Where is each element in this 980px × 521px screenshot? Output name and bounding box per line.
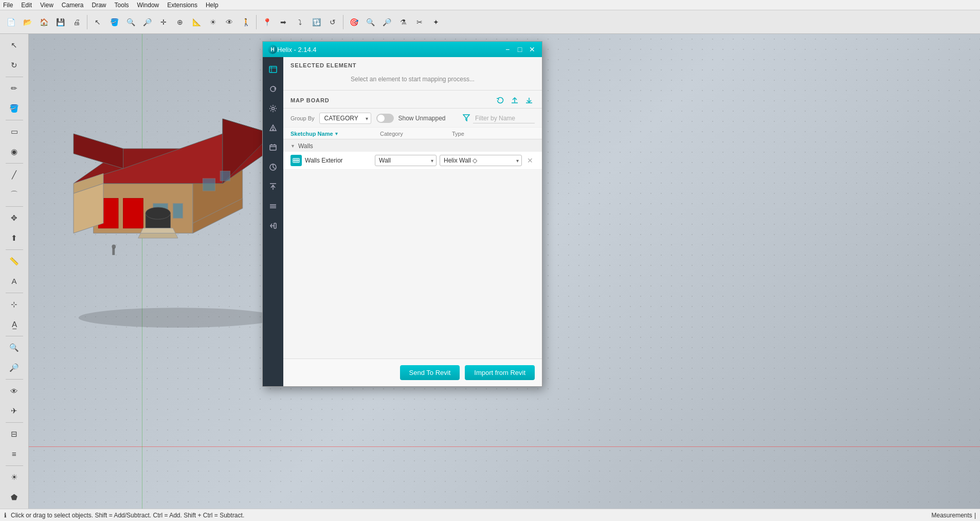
svg-marker-19 — [141, 228, 176, 233]
sidebar-layers[interactable]: ≡ — [5, 444, 24, 463]
group-by-select-wrapper: CATEGORY TYPE LAYER — [319, 113, 371, 124]
dialog-maximize-button[interactable]: □ — [515, 45, 524, 54]
nav-gear-icon[interactable] — [265, 139, 281, 156]
toggle-knob — [377, 115, 385, 122]
left-sidebar: ↖ ↻ ✏ 🪣 ▭ ◉ ╱ ⌒ ✥ ⬆ 📏 A ⊹ A̲ 🔍 🔎 👁 ✈ ⊟ ≡… — [0, 34, 29, 509]
toolbar-sun[interactable]: ☀ — [205, 14, 221, 30]
menu-draw[interactable]: Draw — [91, 2, 107, 9]
sidebar-text[interactable]: A — [5, 272, 24, 291]
group-walls-header[interactable]: ▼ Walls — [283, 139, 542, 152]
nav-flow-icon[interactable] — [265, 198, 281, 214]
group-by-select[interactable]: CATEGORY TYPE LAYER — [319, 113, 371, 124]
sidebar-circle[interactable]: ◉ — [5, 142, 24, 161]
nav-rotate-icon[interactable] — [265, 81, 281, 97]
toolbar-cut[interactable]: ✂ — [412, 14, 427, 30]
toolbar-zoom-extents[interactable]: ⊕ — [172, 14, 188, 30]
svg-rect-10 — [123, 199, 143, 228]
selected-element-header: SELECTED ELEMENT — [283, 57, 542, 71]
sidebar-sep-7 — [6, 336, 23, 336]
menu-help[interactable]: Help — [205, 2, 220, 9]
menu-camera[interactable]: Camera — [61, 2, 85, 9]
sidebar-shape[interactable]: ▭ — [5, 122, 24, 141]
sidebar-arc[interactable]: ⌒ — [5, 185, 24, 204]
menu-window[interactable]: Window — [136, 2, 160, 9]
sidebar-sun2[interactable]: ☀ — [5, 468, 24, 487]
toolbar-paint[interactable]: 🪣 — [106, 14, 122, 30]
sidebar-push[interactable]: ⬆ — [5, 228, 24, 247]
toolbar-target[interactable]: 🎯 — [346, 14, 361, 30]
toolbar-home[interactable]: 🏠 — [36, 14, 51, 30]
col-sketchup-name[interactable]: Sketchup Name ▾ — [291, 131, 373, 137]
toolbar-person[interactable]: 🚶 — [238, 14, 253, 30]
toolbar-filter[interactable]: ⚗ — [395, 14, 411, 30]
axis-line-horizontal — [29, 446, 980, 447]
toolbar-special[interactable]: ✦ — [428, 14, 444, 30]
menu-edit[interactable]: Edit — [20, 2, 33, 9]
filter-input[interactable] — [473, 114, 535, 123]
sidebar-fly[interactable]: ✈ — [5, 401, 24, 420]
sidebar-sep-3 — [6, 163, 23, 164]
toolbar-measure[interactable]: 📐 — [189, 14, 204, 30]
menu-file[interactable]: File — [2, 2, 14, 9]
sidebar-section[interactable]: ⊟ — [5, 425, 24, 444]
toolbar-search[interactable]: 🔍 — [123, 14, 138, 30]
nav-map-icon[interactable] — [265, 61, 281, 78]
sidebar-zoom-in[interactable]: 🔍 — [5, 338, 24, 357]
selected-element-area: Select an element to start mapping proce… — [283, 71, 542, 91]
nav-export-icon[interactable] — [265, 178, 281, 195]
map-board-title: MAP BOARD — [291, 97, 495, 103]
toolbar-arrow-right[interactable]: ➡ — [276, 14, 291, 30]
category-select[interactable]: Wall — [375, 155, 437, 166]
sidebar-tape[interactable]: 📏 — [5, 252, 24, 271]
nav-warning-icon[interactable] — [265, 120, 281, 136]
toolbar-select[interactable]: ↖ — [90, 14, 105, 30]
toolbar-sep-2 — [256, 15, 257, 29]
sidebar-pencil[interactable]: ✏ — [5, 79, 24, 98]
sidebar-select-tool[interactable]: ↖ — [5, 36, 24, 55]
toolbar-print[interactable]: 🖨 — [69, 14, 84, 30]
menu-tools[interactable]: Tools — [114, 2, 130, 9]
sidebar-3d-text[interactable]: A̲ — [5, 315, 24, 334]
menubar: File Edit View Camera Draw Tools Window … — [0, 0, 980, 10]
content-area[interactable]: ▼ Walls Walls Exterior W — [283, 139, 542, 358]
import-from-revit-button[interactable]: Import from Revit — [465, 365, 535, 380]
menu-extensions[interactable]: Extensions — [166, 2, 198, 9]
dialog-minimize-button[interactable]: − — [503, 45, 512, 54]
map-board-upload-button[interactable] — [509, 95, 520, 106]
toolbar-cross[interactable]: ✛ — [156, 14, 171, 30]
type-select[interactable]: Helix Wall ◇ — [440, 155, 522, 166]
send-to-revit-button[interactable]: Send To Revit — [400, 365, 460, 380]
toolbar-eye[interactable]: 👁 — [222, 14, 237, 30]
nav-circle-icon[interactable] — [265, 159, 281, 175]
toolbar-orbit[interactable]: 🔃 — [308, 14, 324, 30]
nav-import-icon[interactable] — [265, 218, 281, 234]
map-board-refresh-button[interactable] — [495, 95, 506, 106]
measurements-label: Measurements — [932, 512, 972, 519]
toolbar-location[interactable]: 📍 — [259, 14, 275, 30]
sidebar-zoom-out[interactable]: 🔎 — [5, 358, 24, 377]
toolbar-open[interactable]: 📂 — [20, 14, 35, 30]
dialog-close-button[interactable]: ✕ — [528, 45, 537, 54]
toolbar-zoom3[interactable]: 🔎 — [379, 14, 394, 30]
sidebar-rotate[interactable]: ↻ — [5, 56, 24, 75]
show-unmapped-toggle[interactable] — [376, 114, 394, 123]
toolbar-arrow-in[interactable]: ⤵ — [292, 14, 307, 30]
sidebar-walk[interactable]: 👁 — [5, 382, 24, 401]
sidebar-paint[interactable]: 🪣 — [5, 99, 24, 118]
dialog-controls: − □ ✕ — [503, 45, 537, 54]
toolbar-zoom2[interactable]: 🔍 — [362, 14, 378, 30]
sidebar-axis[interactable]: ⊹ — [5, 295, 24, 314]
toolbar-rotate[interactable]: ↺ — [325, 14, 340, 30]
sidebar-helix[interactable]: ⬟ — [5, 488, 24, 507]
menu-view[interactable]: View — [39, 2, 55, 9]
svg-rect-24 — [269, 66, 277, 73]
map-board-download-button[interactable] — [523, 95, 535, 106]
sidebar-move[interactable]: ✥ — [5, 209, 24, 228]
sidebar-line[interactable]: ╱ — [5, 166, 24, 185]
nav-settings-icon[interactable] — [265, 100, 281, 117]
sidebar-sep-2 — [6, 120, 23, 120]
toolbar-zoom-window[interactable]: 🔎 — [139, 14, 155, 30]
toolbar-new[interactable]: 📄 — [3, 14, 19, 30]
toolbar-save[interactable]: 💾 — [52, 14, 68, 30]
mapping-delete-button[interactable]: ✕ — [525, 155, 535, 166]
